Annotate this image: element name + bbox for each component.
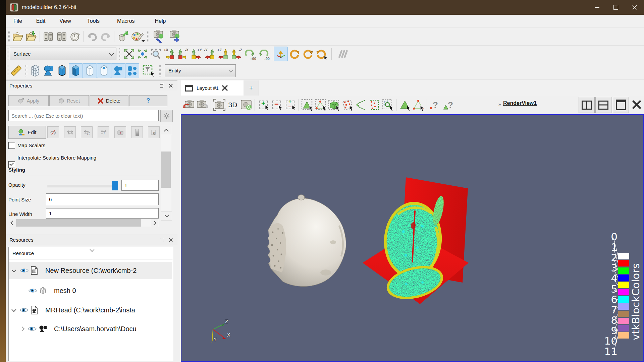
float-panel-icon[interactable] [160,238,164,242]
select-frustum-button[interactable] [354,98,368,112]
palette-dropdown-arrow[interactable] [142,40,145,42]
toggle-2d3d-button[interactable]: 3D [226,98,239,112]
maximize-button[interactable] [606,0,625,15]
ruler-button[interactable] [10,64,23,78]
unlink-colormap-button[interactable]: 2 [47,126,59,138]
map-scalars-checkbox[interactable] [8,142,15,149]
toolbar-overflow-indicator[interactable]: » [498,102,501,107]
h-scroll-right-button[interactable] [151,219,158,227]
expander-icon[interactable] [20,326,24,331]
tree-row-mesh0[interactable]: mesh 0 [9,282,172,299]
camera-undo-button[interactable] [182,98,196,112]
mesh-representation-button[interactable] [29,64,42,78]
entity-combo[interactable]: Entity [165,64,236,77]
subtract-selection-button[interactable]: − [270,98,283,112]
minimize-button[interactable] [588,0,606,15]
open-file-button[interactable] [11,29,24,44]
opacity-slider-handle[interactable] [112,181,118,190]
camera-redo-button[interactable] [196,98,209,112]
representation-combo[interactable]: Surface [10,48,116,60]
split-horizontal-button[interactable] [579,97,595,113]
help-button[interactable]: ? [129,95,167,106]
menu-help[interactable]: Help [150,15,171,27]
split-vertical-button[interactable] [595,97,611,113]
hover-cells-button[interactable] [398,98,412,112]
redo-button[interactable] [99,29,112,44]
view-minus-y-button[interactable]: -Y [203,47,216,61]
tree-row-users-path[interactable]: C:\Users\sam.horvath\Docu [9,320,172,338]
hover-points-button[interactable] [412,98,425,112]
expander-icon[interactable] [11,307,16,312]
rescale-custom-button[interactable]: C [81,126,93,138]
menu-view[interactable]: View [54,15,76,27]
close-button[interactable] [625,0,644,15]
close-panel-icon[interactable] [169,84,173,88]
server-connect-button[interactable] [42,29,55,44]
representation-surface-button[interactable] [69,63,83,78]
select-points-on-button[interactable] [314,98,327,112]
orbit-button[interactable] [288,47,301,61]
h-scroll-left-button[interactable] [8,219,16,227]
representation-points-button[interactable] [97,63,111,78]
tree-row-new-resource[interactable]: New Resource (C:\work\cmb-2 [9,262,172,279]
close-view-button[interactable] [629,97,644,112]
visibility-eye-icon[interactable] [28,326,37,331]
camera-add-button[interactable] [166,29,182,44]
center-axes-toggle[interactable] [274,47,288,61]
scroll-up-button[interactable] [161,126,172,135]
reset-button[interactable]: Reset [49,95,89,106]
choose-preset-button[interactable] [114,126,126,138]
h-scrollbar-thumb[interactable] [16,219,141,227]
undo-button[interactable] [86,29,99,44]
opacity-slider-track[interactable] [47,185,117,187]
view-plus-x-button[interactable]: +X [163,47,176,61]
visibility-eye-icon[interactable] [20,307,29,313]
reset-camera-button[interactable] [213,98,226,112]
view-minus-z-button[interactable]: -Z [230,47,243,61]
select-cells-on-button[interactable] [301,98,314,112]
search-options-button[interactable] [160,110,173,122]
add-layout-tab[interactable]: + [244,80,259,96]
representation-glyphs-button[interactable] [125,63,139,78]
edit-scalar-bar-button[interactable]: e [148,126,160,138]
rotate-camera-cw-button[interactable] [301,47,315,61]
render-viewport[interactable]: Z X Y vtkBlockColors 01234567891011 [181,114,644,362]
select-block-button[interactable] [327,98,341,112]
export-scene-button[interactable] [116,29,129,44]
tree-row-mrhead[interactable]: MRHead (C:\work\cmb-2\insta [9,301,172,319]
menu-macros[interactable]: Macros [112,15,140,27]
search-input[interactable] [8,110,159,121]
geometry-representation-button[interactable] [42,64,55,78]
import-file-button[interactable] [24,29,38,44]
edit-colormap-button[interactable]: Edit [8,126,46,139]
selection-filter-button[interactable] [142,64,155,78]
apply-button[interactable]: Apply [8,95,49,106]
representation-geometry-button[interactable] [111,63,125,78]
expander-icon[interactable] [11,268,16,273]
rotate-camera-ccw-button[interactable] [315,47,328,61]
parallel-projection-button[interactable] [335,47,348,61]
visibility-eye-icon[interactable] [20,268,29,273]
close-panel-icon[interactable] [169,238,173,242]
view-plus-z-button[interactable]: +Z [216,47,230,61]
representation-wireframe-button[interactable] [83,63,97,78]
timer-button[interactable] [68,29,82,44]
server-disconnect-button[interactable] [55,29,68,44]
tab-layout-1[interactable]: Layout #1 [181,80,244,96]
menu-edit[interactable]: Edit [31,15,51,27]
query-point-button[interactable]: ? [429,98,442,112]
scroll-down-button[interactable] [161,211,172,221]
camera-edit-button[interactable] [150,29,166,44]
rescale-temporal-button[interactable]: t [98,126,109,138]
add-selection-button[interactable]: + [257,98,270,112]
view-minus-x-button[interactable]: -X [176,47,190,61]
tab-close-icon[interactable] [222,85,228,91]
zoom-closest-button[interactable] [136,47,149,61]
point-size-input[interactable] [46,193,159,205]
line-width-input[interactable] [46,208,159,219]
rotate-ccw-90-button[interactable]: -90 [257,47,270,61]
delete-button[interactable]: Delete [90,95,128,106]
tree-column-header[interactable]: Resource [9,247,173,259]
select-blocks-frustum-button[interactable] [368,98,381,112]
rescale-range-button[interactable] [64,126,76,138]
